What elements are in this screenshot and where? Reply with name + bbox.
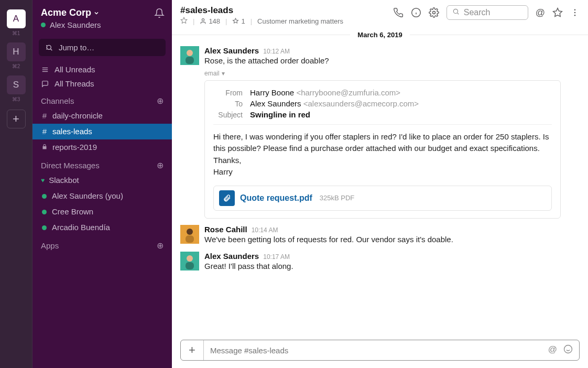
- member-count[interactable]: 148: [200, 17, 220, 25]
- info-icon[interactable]: [411, 7, 421, 18]
- message-author[interactable]: Rose Cahill: [204, 225, 247, 234]
- chevron-down-icon: ▾: [222, 70, 225, 77]
- email-from-label: From: [213, 89, 243, 97]
- dm-section-header[interactable]: Direct Messages ⊕: [32, 155, 172, 172]
- main-pane: #sales-leads | 148 | 1 | Customer market…: [172, 0, 588, 368]
- mentions-icon[interactable]: @: [536, 7, 545, 18]
- jump-to-label: Jump to…: [59, 43, 94, 52]
- dm-item[interactable]: Cree Brown: [32, 204, 172, 220]
- message-list[interactable]: Alex Saunders 10:12 AM Rose, is the atta…: [172, 40, 588, 337]
- channel-topic[interactable]: Customer marketing matters: [257, 17, 343, 25]
- svg-marker-8: [181, 17, 187, 23]
- dm-label: Slackbot: [49, 175, 79, 186]
- add-dm-icon[interactable]: ⊕: [157, 160, 164, 170]
- message-time: 10:12 AM: [263, 48, 290, 55]
- presence-dot-icon: [41, 23, 46, 27]
- workspace-rail: A ⌘1 H ⌘2 S ⌘3 +: [0, 0, 32, 368]
- attachment[interactable]: Quote request.pdf 325kB PDF: [213, 186, 552, 211]
- channels-label: Channels: [41, 96, 74, 105]
- dm-label: Alex Saunders (you): [52, 190, 123, 202]
- bell-icon[interactable]: [154, 8, 165, 18]
- all-unreads[interactable]: All Unreads: [32, 62, 172, 77]
- channels-section-header[interactable]: Channels ⊕: [32, 91, 172, 108]
- call-icon[interactable]: [393, 7, 404, 18]
- message-author[interactable]: Alex Saunders: [204, 252, 259, 261]
- message: Rose Cahill 10:14 AM We've been getting …: [180, 222, 580, 248]
- workspace-shortcut: ⌘1: [12, 30, 20, 36]
- add-app-icon[interactable]: ⊕: [157, 241, 164, 251]
- avatar[interactable]: [180, 46, 199, 65]
- channel-label: reports-2019: [52, 142, 97, 153]
- message-author[interactable]: Alex Saunders: [204, 46, 259, 55]
- star-icon[interactable]: [180, 17, 188, 26]
- workspace-switcher-item[interactable]: H: [7, 42, 26, 61]
- email-toggle[interactable]: email ▾: [204, 70, 225, 77]
- member-count-value: 148: [209, 17, 220, 25]
- dm-label: Direct Messages: [41, 161, 100, 170]
- channel-label: sales-leads: [52, 126, 92, 137]
- email-body-paragraph: Harry: [213, 166, 552, 178]
- email-body-paragraph: Thanks,: [213, 155, 552, 167]
- svg-point-17: [574, 9, 576, 10]
- message-text: We've been getting lots of requests for …: [204, 234, 580, 245]
- message-input[interactable]: [204, 346, 542, 355]
- svg-point-13: [432, 12, 435, 14]
- dm-item-slackbot[interactable]: ♥ Slackbot: [32, 172, 172, 188]
- svg-point-21: [187, 50, 193, 56]
- jump-to-input[interactable]: Jump to…: [39, 39, 166, 56]
- svg-marker-16: [553, 8, 562, 17]
- dm-item[interactable]: Arcadio Buendía: [32, 220, 172, 235]
- divider: [213, 124, 552, 125]
- email-from-address: <harryboone@zumfuria.com>: [296, 88, 400, 97]
- add-channel-icon[interactable]: ⊕: [157, 96, 164, 106]
- svg-point-0: [47, 45, 51, 49]
- email-subject-label: Subject: [213, 111, 243, 119]
- emoji-icon[interactable]: [563, 344, 573, 356]
- gear-icon[interactable]: [429, 7, 439, 18]
- svg-rect-28: [186, 262, 194, 269]
- channel-item-sales-leads[interactable]: # sales-leads: [32, 124, 172, 139]
- svg-rect-22: [186, 57, 194, 64]
- pin-count-value: 1: [241, 17, 245, 25]
- unreads-icon: [41, 66, 49, 73]
- star-icon[interactable]: [552, 7, 563, 18]
- presence-dot-icon: [42, 225, 47, 230]
- email-card: From Harry Boone <harryboone@zumfuria.co…: [204, 80, 561, 219]
- threads-icon: [41, 80, 49, 88]
- workspace-shortcut: ⌘2: [12, 63, 20, 69]
- search-icon: [452, 8, 460, 17]
- team-name[interactable]: Acme Corp: [41, 7, 100, 18]
- dm-label: Arcadio Buendía: [52, 222, 110, 233]
- avatar[interactable]: [180, 225, 199, 244]
- email-from-value: Harry Boone <harryboone@zumfuria.com>: [250, 88, 400, 97]
- svg-point-27: [187, 255, 193, 262]
- workspace-switcher-item[interactable]: S: [7, 75, 26, 94]
- email-toggle-label: email: [204, 70, 220, 77]
- email-to-name: Alex Saunders: [250, 99, 301, 108]
- channel-item-daily-chronicle[interactable]: # daily-chronicle: [32, 108, 172, 124]
- channel-title[interactable]: #sales-leads: [180, 5, 343, 16]
- search-placeholder: Search: [464, 8, 491, 17]
- pin-count[interactable]: 1: [232, 17, 245, 25]
- message-composer[interactable]: + @: [180, 340, 580, 361]
- avatar[interactable]: [180, 252, 199, 270]
- mention-icon[interactable]: @: [548, 344, 557, 356]
- email-body: Hi there, I was wondering if you offer s…: [213, 131, 552, 178]
- paperclip-icon: [219, 190, 235, 206]
- date-divider: March 6, 2019: [172, 31, 588, 39]
- channel-item-reports-2019[interactable]: reports-2019: [32, 139, 172, 155]
- workspace-switcher-item[interactable]: A: [7, 9, 26, 28]
- message-time: 10:14 AM: [252, 226, 278, 234]
- date-divider-label: March 6, 2019: [350, 31, 409, 39]
- chevron-down-icon: [93, 10, 100, 16]
- channel-header: #sales-leads | 148 | 1 | Customer market…: [172, 0, 588, 28]
- all-threads[interactable]: All Threads: [32, 77, 172, 91]
- composer-add-button[interactable]: +: [181, 340, 204, 360]
- add-workspace-button[interactable]: +: [7, 110, 26, 128]
- dm-item-self[interactable]: Alex Saunders (you): [32, 188, 172, 204]
- message-text: Rose, is the attached order doable?: [204, 55, 580, 67]
- search-input[interactable]: Search: [447, 5, 528, 20]
- apps-section-header[interactable]: Apps ⊕: [32, 235, 172, 253]
- more-icon[interactable]: [570, 8, 580, 17]
- sidebar: Acme Corp Alex Saunders Jump to… All Unr…: [32, 0, 172, 368]
